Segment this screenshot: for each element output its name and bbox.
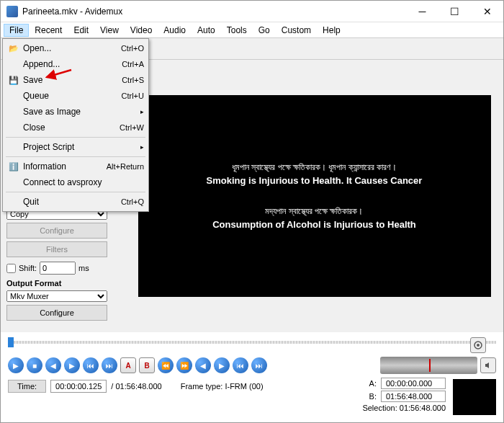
shift-label: Shift:	[19, 264, 37, 272]
menu-information[interactable]: ℹ️ Information Alt+Return	[4, 159, 147, 174]
time-button[interactable]: Time:	[8, 380, 46, 393]
menu-help[interactable]: Help	[317, 24, 346, 37]
timeline-slider[interactable]	[8, 335, 496, 349]
menu-append[interactable]: Append... Ctrl+A	[4, 56, 147, 72]
frame-type-label: Frame type: I-FRM (00)	[181, 382, 264, 391]
a-label: A:	[362, 379, 377, 388]
prev-black-button[interactable]: ◀	[195, 357, 211, 373]
transport-controls: ▶ ■ ◀ ▶ ⏮ ⏭ A B ⏪ ⏩ ◀ ▶ ⏮ ⏭	[1, 354, 503, 377]
menu-view[interactable]: View	[94, 24, 125, 37]
close-button[interactable]: ✕	[471, 1, 503, 22]
goto-start-button[interactable]: ⏪	[158, 357, 174, 373]
minimize-button[interactable]: ─	[406, 1, 438, 22]
svg-line-2	[47, 70, 71, 77]
eye-icon[interactable]	[470, 337, 486, 353]
menu-auto[interactable]: Auto	[192, 24, 221, 37]
menu-recent[interactable]: Recent	[29, 24, 68, 37]
open-icon: 📂	[7, 43, 20, 54]
jog-wheel[interactable]	[380, 357, 477, 374]
next-frame-button[interactable]: ▶	[64, 357, 80, 373]
menu-audio[interactable]: Audio	[158, 24, 192, 37]
b-label: B:	[362, 392, 377, 401]
info-icon: ℹ️	[7, 161, 20, 172]
next-black-button[interactable]: ▶	[214, 357, 230, 373]
a-value: 00:00:00.000	[381, 378, 446, 389]
shift-checkbox[interactable]	[6, 264, 16, 273]
preview-thumbnail	[453, 379, 496, 415]
menu-tools[interactable]: Tools	[221, 24, 253, 37]
goto-a-button[interactable]: ⏮	[233, 357, 248, 373]
duration-label: / 01:56:48.000	[111, 382, 161, 391]
bottom-info: Time: 00:00:00.125 / 01:56:48.000 Frame …	[1, 377, 503, 396]
video-frame: ধূমপান স্বাস্থ্যের পক্ষে ক্ষতিকারক। ধূমপ…	[138, 95, 491, 297]
mark-a-button[interactable]: A	[120, 357, 136, 373]
menu-save[interactable]: 💾 Save Ctrl+S	[4, 72, 147, 88]
menu-edit[interactable]: Edit	[68, 24, 94, 37]
prev-keyframe-button[interactable]: ⏮	[83, 357, 99, 373]
menu-close[interactable]: Close Ctrl+W	[4, 120, 147, 135]
overlay-line2: Smoking is Injurious to Health. It Cause…	[207, 175, 423, 186]
next-keyframe-button[interactable]: ⏭	[102, 357, 117, 373]
b-value: 01:56:48.000	[381, 391, 446, 402]
play-button[interactable]: ▶	[8, 357, 24, 373]
goto-b-button[interactable]: ⏭	[251, 357, 267, 373]
menu-custom[interactable]: Custom	[276, 24, 317, 37]
window-title: Parineeta.mkv - Avidemux	[22, 6, 406, 17]
shift-value-input[interactable]	[40, 262, 76, 275]
mark-b-button[interactable]: B	[139, 357, 155, 373]
menu-file[interactable]: File	[4, 24, 29, 37]
shift-unit: ms	[78, 264, 89, 272]
menu-open[interactable]: 📂 Open... Ctrl+O	[4, 40, 147, 56]
app-icon	[6, 6, 18, 17]
file-dropdown: 📂 Open... Ctrl+O Append... Ctrl+A 💾 Save…	[2, 38, 149, 212]
overlay-line3: মদ্যপান স্বাস্থ্যের পক্ষে ক্ষতিকারক।	[265, 206, 363, 216]
submenu-arrow-icon: ▸	[140, 143, 144, 151]
audio-filters-button[interactable]: Filters	[6, 241, 107, 257]
menu-go[interactable]: Go	[253, 24, 276, 37]
menu-video[interactable]: Video	[125, 24, 158, 37]
save-icon: 💾	[7, 74, 20, 86]
goto-end-button[interactable]: ⏩	[176, 357, 192, 373]
svg-point-1	[477, 344, 480, 347]
audio-configure-button[interactable]: Configure	[6, 223, 107, 239]
time-value[interactable]: 00:00:00.125	[50, 380, 107, 393]
overlay-line4: Consumption of Alcohol is Injurious to H…	[212, 219, 416, 230]
maximize-button[interactable]: ☐	[438, 1, 471, 22]
timeline-area	[1, 332, 503, 354]
menu-save-as-image[interactable]: Save as Image ▸	[4, 104, 147, 120]
output-configure-button[interactable]: Configure	[6, 305, 107, 321]
menu-quit[interactable]: Quit Ctrl+Q	[4, 194, 147, 210]
timeline-thumb[interactable]	[8, 337, 14, 347]
submenu-arrow-icon: ▸	[140, 108, 144, 115]
output-format-select[interactable]: Mkv Muxer	[6, 290, 107, 302]
output-format-label: Output Format	[6, 279, 120, 288]
volume-button[interactable]	[480, 357, 496, 373]
annotation-arrow-icon	[44, 67, 73, 81]
menubar: File Recent Edit View Video Audio Auto T…	[1, 22, 503, 38]
video-preview-area: ধূমপান স্বাস্থ্যের পক্ষে ক্ষতিকারক। ধূমপ…	[125, 60, 503, 332]
stop-button[interactable]: ■	[27, 357, 42, 373]
menu-queue[interactable]: Queue Ctrl+U	[4, 88, 147, 104]
selection-label: Selection: 01:56:48.000	[362, 404, 446, 412]
menu-connect-avsproxy[interactable]: Connect to avsproxy	[4, 174, 147, 190]
prev-frame-button[interactable]: ◀	[45, 357, 61, 373]
overlay-line1: ধূমপান স্বাস্থ্যের পক্ষে ক্ষতিকারক। ধূমপ…	[232, 162, 397, 172]
menu-project-script[interactable]: Project Script ▸	[4, 139, 147, 155]
titlebar: Parineeta.mkv - Avidemux ─ ☐ ✕	[1, 1, 503, 22]
